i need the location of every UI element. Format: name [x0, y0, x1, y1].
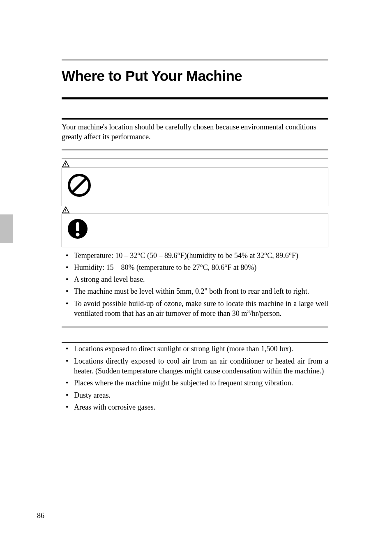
- intro-paragraph: Your machine's location should be carefu…: [62, 122, 328, 142]
- svg-rect-7: [76, 222, 79, 231]
- page-title: Where to Put Your Machine: [62, 68, 328, 84]
- svg-point-5: [65, 212, 66, 212]
- prohibit-icon: [67, 173, 92, 198]
- svg-line-3: [72, 178, 87, 193]
- sub-rule: [62, 327, 328, 327]
- list-item: The machine must be level within 5mm, 0.…: [74, 286, 328, 296]
- list-item: Locations exposed to direct sunlight or …: [74, 344, 328, 354]
- sub-rule: [62, 150, 328, 150]
- list-item: Temperature: 10 – 32°C (50 – 89.6°F)(hum…: [74, 251, 328, 260]
- warning-triangle-icon: [62, 160, 70, 168]
- header-rule-heavy: [62, 97, 328, 99]
- side-tab: [0, 214, 13, 243]
- warning-box-prohibit: [62, 168, 328, 206]
- sub-rule-thin: [62, 159, 328, 159]
- exclamation-circle-icon: [67, 218, 88, 240]
- caution-box: [62, 214, 328, 247]
- list-item: Dusty areas.: [74, 390, 328, 400]
- avoid-list: Locations exposed to direct sunlight or …: [62, 344, 328, 412]
- list-item: Places where the machine might be subjec…: [74, 378, 328, 388]
- svg-point-8: [76, 233, 80, 236]
- section-rule: [62, 118, 328, 120]
- list-item: Humidity: 15 – 80% (temperature to be 27…: [74, 263, 328, 272]
- environment-list: Temperature: 10 – 32°C (50 – 89.6°F)(hum…: [62, 251, 328, 319]
- sub-rule-thin: [62, 342, 328, 343]
- list-item: Locations directly exposed to cool air f…: [74, 356, 328, 376]
- warning-triangle-icon: [62, 206, 70, 214]
- svg-point-1: [65, 166, 66, 166]
- list-item: Areas with corrosive gases.: [74, 402, 328, 412]
- warning-label-row: [62, 160, 328, 168]
- list-item: A strong and level base.: [74, 274, 328, 284]
- header-rule: [62, 60, 328, 60]
- caution-label-row: [62, 206, 328, 214]
- page-number: 86: [37, 511, 44, 520]
- list-item: To avoid possible build-up of ozone, mak…: [74, 299, 328, 319]
